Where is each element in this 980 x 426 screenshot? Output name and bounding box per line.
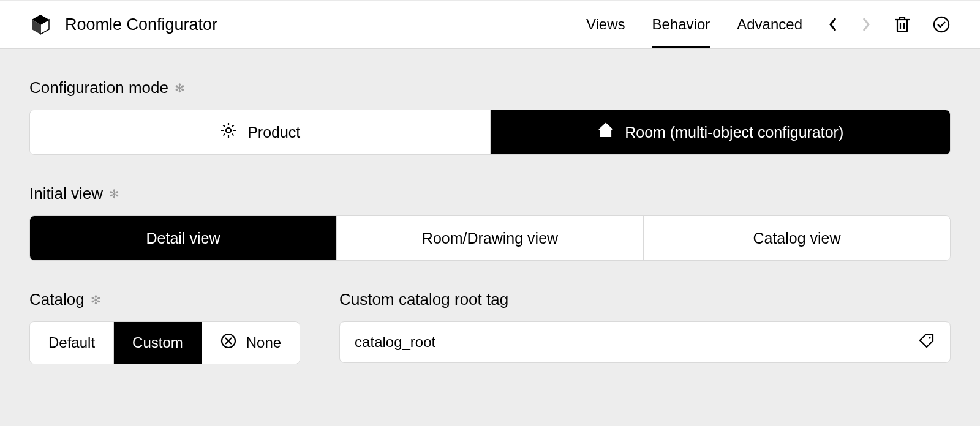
confirm-button[interactable] [932, 15, 951, 34]
app-logo-icon [29, 13, 51, 36]
tab-behavior[interactable]: Behavior [652, 1, 710, 48]
tab-advanced[interactable]: Advanced [737, 1, 802, 48]
section-catalog: Catalog✻ Default Custom [29, 290, 300, 364]
header-tabs: Views Behavior Advanced [586, 1, 802, 48]
app-title: Roomle Configurator [65, 15, 217, 34]
gear-icon [219, 121, 238, 143]
cancel-circle-icon [221, 333, 236, 353]
svg-rect-4 [897, 20, 907, 32]
svg-point-7 [934, 17, 949, 32]
nav-next-button[interactable] [860, 16, 872, 33]
catalog-label: Catalog✻ [29, 290, 300, 309]
section-root-tag: Custom catalog root tag [339, 290, 951, 364]
catalog-default[interactable]: Default [30, 322, 113, 364]
initial-view-detail-label: Detail view [146, 230, 221, 247]
initial-view-roomdrawing-label: Room/Drawing view [422, 230, 558, 247]
svg-point-8 [226, 128, 231, 133]
catalog-none[interactable]: None [202, 322, 300, 364]
initial-view-segmented: Detail view Room/Drawing view Catalog vi… [29, 215, 951, 261]
catalog-custom-label: Custom [132, 334, 183, 351]
config-mode-room-label: Room (multi-object configurator) [625, 124, 843, 141]
required-asterisk: ✻ [91, 293, 101, 307]
nav-prev-button[interactable] [827, 16, 839, 33]
config-mode-product[interactable]: Product [30, 110, 490, 154]
header-bar: Roomle Configurator Views Behavior Advan… [0, 0, 980, 49]
catalog-custom[interactable]: Custom [113, 322, 202, 364]
home-icon [597, 121, 615, 143]
tag-icon [918, 332, 935, 352]
initial-view-detail[interactable]: Detail view [30, 216, 336, 260]
required-asterisk: ✻ [175, 81, 185, 95]
initial-view-label: Initial view✻ [29, 184, 951, 203]
config-mode-label: Configuration mode✻ [29, 78, 951, 97]
config-mode-product-label: Product [247, 124, 300, 141]
catalog-segmented: Default Custom None [29, 321, 300, 364]
config-mode-segmented: Product Room (multi-object configurator) [29, 110, 951, 155]
root-tag-field[interactable] [339, 321, 951, 363]
required-asterisk: ✻ [109, 187, 119, 201]
initial-view-catalog[interactable]: Catalog view [643, 216, 950, 260]
initial-view-roomdrawing[interactable]: Room/Drawing view [336, 216, 643, 260]
svg-point-12 [929, 337, 930, 338]
section-initial-view: Initial view✻ Detail view Room/Drawing v… [29, 184, 951, 261]
catalog-none-label: None [246, 334, 281, 351]
delete-button[interactable] [893, 15, 911, 34]
section-config-mode: Configuration mode✻ Product [29, 78, 951, 155]
tab-views[interactable]: Views [586, 1, 625, 48]
catalog-default-label: Default [48, 334, 95, 351]
config-mode-room[interactable]: Room (multi-object configurator) [490, 110, 951, 154]
root-tag-label: Custom catalog root tag [339, 290, 951, 309]
main-panel: Configuration mode✻ Product [0, 49, 980, 426]
root-tag-input[interactable] [355, 334, 908, 351]
initial-view-catalog-label: Catalog view [753, 230, 840, 247]
